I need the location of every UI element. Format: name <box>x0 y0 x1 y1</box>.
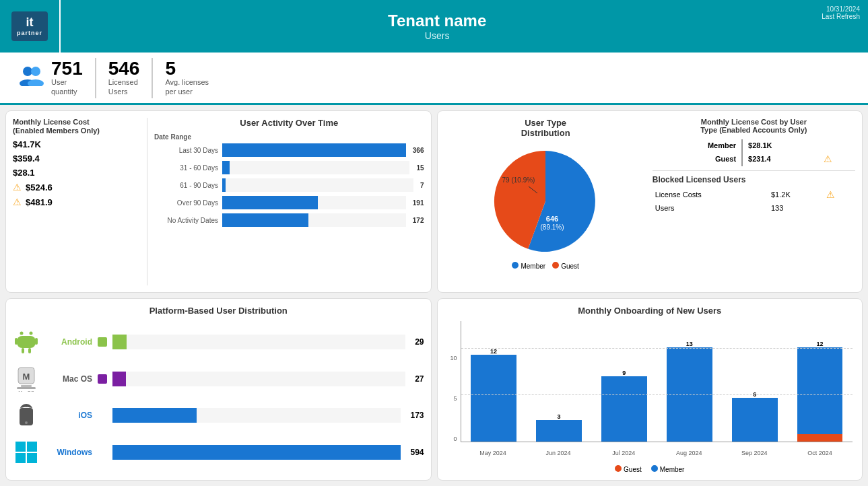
macos-bar-container <box>112 372 405 386</box>
macos-icon: M MacOS <box>13 366 40 392</box>
user-quantity-label: Userquantity <box>51 78 83 96</box>
bar-member-oct <box>797 347 843 434</box>
cost-member-label: Member <box>653 139 742 151</box>
monthly-cost-by-type-section: Monthly License Cost by UserType (Enable… <box>653 118 855 285</box>
stat-text-avg: 5 Avg. licensesper user <box>165 59 209 96</box>
chart-area: 10 5 0 12 <box>444 321 856 462</box>
cost-guest-label: Guest <box>653 151 742 166</box>
android-color-box <box>98 337 107 347</box>
warn-icon-5: ⚠ <box>13 197 22 207</box>
bar-group-oct: 12 <box>787 341 853 442</box>
bar-label-2: 31 - 60 Days <box>154 164 218 172</box>
header-title: Tenant name <box>388 11 486 30</box>
bar-guest-oct <box>797 434 843 442</box>
bar-fill-1 <box>222 143 406 157</box>
legend-guest: Guest <box>552 262 579 270</box>
header-last-refresh: Last Refresh <box>822 13 860 20</box>
user-type-section: User TypeDistribution 646 (89.1%) 79 (10… <box>444 118 647 285</box>
date-range-label: Date Range <box>154 133 424 141</box>
svg-rect-23 <box>27 442 37 452</box>
stat-avg-licenses: 5 Avg. licensesper user <box>153 58 221 98</box>
macos-bar-fill <box>112 372 126 386</box>
bar-stack-jul <box>601 376 647 442</box>
macos-color-box <box>98 374 107 384</box>
bar-val-4: 191 <box>413 199 424 207</box>
avg-licenses-num: 5 <box>165 59 209 78</box>
windows-val: 594 <box>410 448 424 457</box>
svg-point-1 <box>31 67 40 76</box>
bar-member-jul <box>601 376 647 442</box>
cost-row-4: ⚠ $524.6 <box>13 182 140 193</box>
stat-user-quantity: 751 Userquantity <box>7 58 96 98</box>
svg-point-9 <box>30 332 33 335</box>
svg-point-8 <box>20 332 24 335</box>
bar-val-jun: 3 <box>557 413 560 420</box>
onboard-legend: Guest Member <box>444 465 856 473</box>
header-date: 10/31/2024 <box>826 5 860 13</box>
svg-rect-17 <box>21 385 32 387</box>
bar-container-4 <box>222 196 406 209</box>
cost-val-1: $41.7K <box>13 139 41 149</box>
user-type-title: User TypeDistribution <box>521 118 570 138</box>
licensed-users-label: LicensedUsers <box>108 78 140 96</box>
bar-row-1: Last 30 Days 366 <box>154 143 424 157</box>
bar-row-4: Over 90 Days 191 <box>154 196 424 209</box>
blocked-title: Blocked Licensed Users <box>653 175 855 184</box>
monthly-cost-type-title: Monthly License Cost by UserType (Enable… <box>653 118 855 134</box>
blocked-cost-row: License Costs $1.2K ⚠ <box>653 187 855 202</box>
warn-icon-4: ⚠ <box>13 182 22 193</box>
blocked-section: Blocked Licensed Users License Costs $1.… <box>653 175 855 214</box>
bar-val-aug: 13 <box>686 341 693 347</box>
windows-icon <box>13 439 40 466</box>
platform-chart-title: Platform-Based User Distribution <box>13 306 424 316</box>
windows-bar-container <box>112 445 401 460</box>
monthly-onboard-chart: 10 5 0 12 <box>444 321 856 473</box>
bar-stack-sep <box>732 398 778 442</box>
svg-rect-18 <box>17 387 36 389</box>
android-bar-container <box>112 335 405 349</box>
month-label-jun: Jun 2024 <box>526 450 591 456</box>
users-icon <box>19 65 44 92</box>
bar-val-jul: 9 <box>622 370 626 376</box>
android-label: Android <box>45 337 92 347</box>
windows-bar-fill <box>112 445 401 460</box>
cost-val-5: $481.9 <box>26 197 53 207</box>
android-bar-fill <box>112 335 127 349</box>
bar-fill-5 <box>222 213 308 227</box>
license-cost-title: Monthly License Cost(Enabled Members Onl… <box>13 118 140 135</box>
ios-bar-container <box>112 408 401 423</box>
main-content: Monthly License Cost(Enabled Members Onl… <box>0 105 868 486</box>
stat-text-quantity: 751 Userquantity <box>51 59 83 96</box>
cost-val-3: $28.1 <box>13 168 35 178</box>
legend-guest-onboard: Guest <box>615 465 642 473</box>
svg-rect-11 <box>15 338 18 345</box>
bar-stack-may <box>471 355 516 442</box>
gridline-5 <box>461 394 853 395</box>
bar-container-3 <box>222 178 413 192</box>
ios-bar-fill <box>112 408 197 423</box>
svg-text:79 (10.9%): 79 (10.9%) <box>502 176 535 184</box>
bar-label-4: Over 90 Days <box>154 199 218 207</box>
bar-group-jun: 3 <box>526 413 591 442</box>
android-val: 29 <box>415 337 424 347</box>
y-axis: 10 5 0 <box>444 321 459 442</box>
avg-licenses-label: Avg. licensesper user <box>165 78 209 96</box>
month-label-oct: Oct 2024 <box>787 450 853 456</box>
warn-icon-blocked: ⚠ <box>826 189 835 200</box>
cost-row-5: ⚠ $481.9 <box>13 197 140 207</box>
bar-label-5: No Activity Dates <box>154 217 218 224</box>
activity-chart-title: User Activity Over Time <box>154 118 424 128</box>
month-labels: May 2024 Jun 2024 Jul 2024 Aug 2024 Sep … <box>461 444 853 462</box>
ios-icon <box>13 402 40 429</box>
bottom-right-card: Monthly Onboarding of New Users 10 5 0 <box>437 298 863 481</box>
bar-member-sep <box>732 398 778 442</box>
month-label-aug: Aug 2024 <box>657 450 722 456</box>
svg-point-0 <box>23 67 32 76</box>
bar-member-may <box>471 355 516 442</box>
macos-val: 27 <box>415 374 424 384</box>
cost-row-3: $28.1 <box>13 168 140 178</box>
divider <box>653 170 855 171</box>
stat-licensed-users: 546 LicensedUsers <box>96 58 154 98</box>
logo-it: it <box>17 15 42 30</box>
logo-partner: partner <box>17 30 42 37</box>
